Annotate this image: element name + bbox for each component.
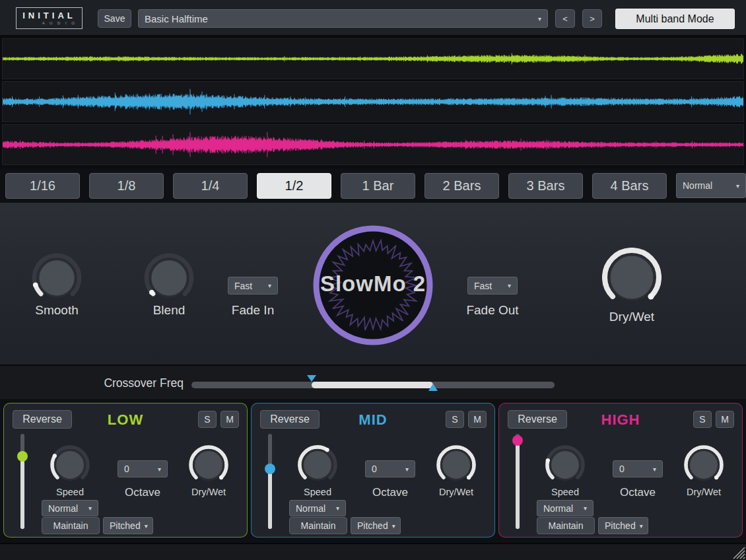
mid-octave-label: Octave xyxy=(357,486,423,499)
next-preset-button[interactable]: > xyxy=(582,9,602,28)
low-solo-button[interactable]: S xyxy=(198,411,217,428)
high-mode-value: Normal xyxy=(543,503,573,514)
chevron-down-icon: ▾ xyxy=(268,282,271,289)
low-octave-label: Octave xyxy=(110,486,176,499)
high-mute-button[interactable]: M xyxy=(716,411,734,428)
previous-preset-button[interactable]: < xyxy=(555,9,575,28)
blend-knob[interactable] xyxy=(144,253,194,306)
preset-select[interactable]: Basic Halftime ▾ xyxy=(138,9,548,28)
mid-mode-select[interactable]: Normal ▾ xyxy=(289,500,346,516)
low-dry-wet-knob[interactable] xyxy=(188,444,229,488)
mid-dry-wet-label: Dry/Wet xyxy=(423,487,489,497)
high-mode-select[interactable]: Normal ▾ xyxy=(537,500,593,516)
save-button[interactable]: Save xyxy=(98,9,131,28)
smooth-label: Smooth xyxy=(24,303,90,318)
division-button-1-8[interactable]: 1/8 xyxy=(89,173,164,199)
division-button-1-2-selected[interactable]: 1/2 xyxy=(257,173,331,199)
high-dry-wet-label: Dry/Wet xyxy=(671,487,737,497)
chevron-down-icon: ▾ xyxy=(145,522,148,530)
mid-mute-button[interactable]: M xyxy=(468,411,487,428)
low-speed-knob[interactable] xyxy=(50,444,90,488)
crossover-range-fill xyxy=(312,382,433,388)
fade-in-select[interactable]: Fast ▾ xyxy=(228,277,278,295)
slowmo2-logo-dial: SlowMo 2 xyxy=(312,224,434,347)
fade-in-label: Fade In xyxy=(220,303,286,318)
low-mode-select[interactable]: Normal ▾ xyxy=(42,500,98,516)
low-dry-wet-label: Dry/Wet xyxy=(176,487,242,497)
initial-audio-logo: INITIAL A U D I O xyxy=(16,7,83,29)
mid-slider-handle[interactable] xyxy=(265,464,275,474)
slowmo2-plugin-window: INITIAL A U D I O Save Basic Halftime ▾ … xyxy=(0,0,746,560)
high-slider-handle[interactable] xyxy=(512,435,523,446)
chevron-down-icon: ▾ xyxy=(392,522,395,530)
smooth-knob[interactable] xyxy=(32,253,82,306)
chevron-down-icon: ▾ xyxy=(88,505,92,512)
high-level-slider[interactable] xyxy=(512,434,523,529)
high-speed-knob[interactable] xyxy=(545,444,586,488)
low-slider-fill xyxy=(20,456,24,529)
chevron-down-icon: ▾ xyxy=(736,182,739,190)
mid-solo-button[interactable]: S xyxy=(446,411,464,428)
division-button-2-bars[interactable]: 2 Bars xyxy=(424,173,499,199)
division-button-3-bars[interactable]: 3 Bars xyxy=(508,173,583,199)
high-octave-label: Octave xyxy=(605,486,671,499)
chevron-down-icon: ▾ xyxy=(538,15,541,22)
low-octave-select[interactable]: 0 ▾ xyxy=(118,460,168,477)
mid-speed-label: Speed xyxy=(285,487,351,497)
low-band-waveform xyxy=(2,38,744,79)
high-maintain-button[interactable]: Maintain xyxy=(537,517,595,534)
multi-band-mode-button[interactable]: Multi band Mode xyxy=(615,9,735,29)
time-division-row: 1/16 1/8 1/4 1/2 1 Bar 2 Bars 3 Bars 4 B… xyxy=(0,168,746,203)
low-octave-value: 0 xyxy=(124,464,129,474)
logo-subtext: A U D I O xyxy=(22,21,77,25)
division-button-1-bar[interactable]: 1 Bar xyxy=(341,173,415,199)
mid-octave-value: 0 xyxy=(372,464,377,474)
chevron-down-icon: ▾ xyxy=(584,505,587,512)
high-solo-button[interactable]: S xyxy=(693,411,712,428)
main-dry-wet-label: Dry/Wet xyxy=(599,310,665,324)
high-speed-label: Speed xyxy=(532,487,598,497)
chevron-down-icon: ▾ xyxy=(158,466,161,473)
mid-dry-wet-knob[interactable] xyxy=(436,444,477,488)
low-pitch-mode-select[interactable]: Pitched ▾ xyxy=(103,517,153,534)
crossover-mid-high-handle[interactable] xyxy=(428,384,438,391)
division-button-1-16[interactable]: 1/16 xyxy=(5,173,80,199)
mid-pitch-mode-select[interactable]: Pitched ▾ xyxy=(351,517,401,534)
low-mute-button[interactable]: M xyxy=(220,411,239,428)
blend-label: Blend xyxy=(136,303,202,318)
crossover-slider[interactable] xyxy=(191,382,555,388)
resize-grip-icon[interactable] xyxy=(731,545,745,559)
band-panels-section: Reverse LOW S M Speed 0 ▾ Octave Dry/Wet… xyxy=(0,399,746,543)
plugin-title: SlowMo 2 xyxy=(312,271,434,297)
high-band-waveform xyxy=(2,124,744,165)
division-mode-select[interactable]: Normal ▾ xyxy=(676,173,746,198)
top-bar: INITIAL A U D I O Save Basic Halftime ▾ … xyxy=(0,0,746,36)
low-slider-handle[interactable] xyxy=(17,451,28,462)
chevron-down-icon: ▾ xyxy=(653,466,656,473)
high-pitch-mode-value: Pitched xyxy=(605,520,636,531)
division-button-4-bars[interactable]: 4 Bars xyxy=(592,173,667,199)
mid-slider-fill xyxy=(268,469,272,529)
chevron-down-icon: ▾ xyxy=(640,522,643,530)
mid-maintain-button[interactable]: Maintain xyxy=(289,517,347,534)
low-mode-value: Normal xyxy=(48,503,78,514)
low-band-panel: Reverse LOW S M Speed 0 ▾ Octave Dry/Wet… xyxy=(3,403,248,538)
mid-band-panel: Reverse MID S M Speed 0 ▾ Octave Dry/Wet… xyxy=(251,403,495,538)
low-level-slider[interactable] xyxy=(17,434,28,529)
high-dry-wet-knob[interactable] xyxy=(683,444,724,488)
low-maintain-button[interactable]: Maintain xyxy=(42,517,100,534)
high-pitch-mode-select[interactable]: Pitched ▾ xyxy=(598,517,648,534)
crossover-low-mid-handle[interactable] xyxy=(307,375,316,382)
division-button-1-4[interactable]: 1/4 xyxy=(173,173,248,199)
crossover-freq-label: Crossover Freq xyxy=(51,376,184,390)
low-pitch-mode-value: Pitched xyxy=(110,520,141,531)
mid-level-slider[interactable] xyxy=(265,434,275,529)
fade-out-value: Fast xyxy=(474,281,492,291)
status-bar xyxy=(0,543,746,560)
main-dry-wet-knob[interactable] xyxy=(602,248,661,310)
mid-speed-knob[interactable] xyxy=(297,444,338,488)
mid-octave-select[interactable]: 0 ▾ xyxy=(365,460,415,477)
high-octave-select[interactable]: 0 ▾ xyxy=(613,460,663,477)
mid-mode-value: Normal xyxy=(296,503,325,514)
fade-out-select[interactable]: Fast ▾ xyxy=(467,277,518,295)
